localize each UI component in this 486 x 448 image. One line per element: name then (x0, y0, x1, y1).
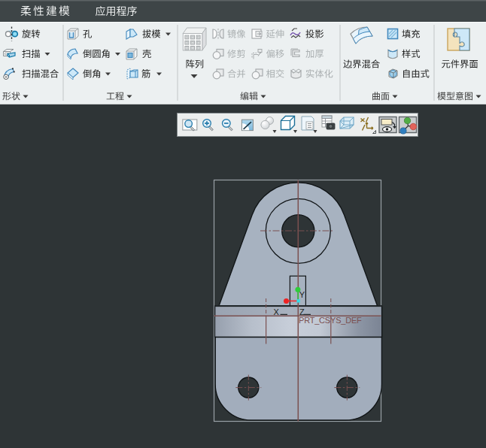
svg-text:X: X (274, 307, 280, 316)
svg-text:PRT_CSYS_DEF: PRT_CSYS_DEF (299, 316, 362, 325)
svg-text:Y: Y (299, 290, 305, 299)
